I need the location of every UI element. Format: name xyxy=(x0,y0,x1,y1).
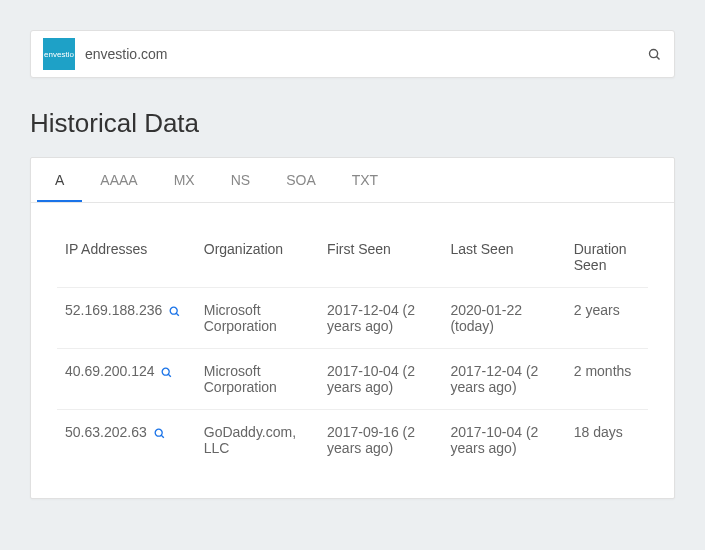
record-type-tabs: A AAAA MX NS SOA TXT xyxy=(31,158,674,203)
cell-last-seen: 2017-10-04 (2 years ago) xyxy=(442,410,565,471)
cell-first-seen: 2017-09-16 (2 years ago) xyxy=(319,410,442,471)
records-table: IP Addresses Organization First Seen Las… xyxy=(57,227,648,470)
cell-org: GoDaddy.com, LLC xyxy=(196,410,319,471)
search-ip-icon[interactable] xyxy=(160,366,173,379)
cell-org: Microsoft Corporation xyxy=(196,288,319,349)
col-last-seen: Last Seen xyxy=(442,227,565,288)
svg-point-2 xyxy=(170,307,177,314)
ip-text: 50.63.202.63 xyxy=(65,424,147,440)
search-ip-icon[interactable] xyxy=(153,427,166,440)
svg-point-0 xyxy=(650,49,658,57)
svg-line-5 xyxy=(169,374,172,377)
cell-ip: 50.63.202.63 xyxy=(57,410,196,471)
table-row: 50.63.202.63 GoDaddy.com, LLC 2017-09-16… xyxy=(57,410,648,471)
table-row: 40.69.200.124 Microsoft Corporation 2017… xyxy=(57,349,648,410)
ip-text: 52.169.188.236 xyxy=(65,302,162,318)
tab-a[interactable]: A xyxy=(37,158,82,202)
col-org: Organization xyxy=(196,227,319,288)
brand-logo: envestio xyxy=(43,38,75,70)
tab-aaaa[interactable]: AAAA xyxy=(82,158,155,202)
svg-line-1 xyxy=(657,56,660,59)
search-icon[interactable] xyxy=(647,47,662,62)
cell-last-seen: 2017-12-04 (2 years ago) xyxy=(442,349,565,410)
tab-mx[interactable]: MX xyxy=(156,158,213,202)
records-table-wrap: IP Addresses Organization First Seen Las… xyxy=(31,203,674,498)
col-ip: IP Addresses xyxy=(57,227,196,288)
cell-duration: 18 days xyxy=(566,410,648,471)
svg-point-4 xyxy=(163,368,170,375)
col-duration: Duration Seen xyxy=(566,227,648,288)
svg-point-6 xyxy=(155,429,162,436)
cell-duration: 2 months xyxy=(566,349,648,410)
col-first-seen: First Seen xyxy=(319,227,442,288)
cell-first-seen: 2017-10-04 (2 years ago) xyxy=(319,349,442,410)
svg-line-3 xyxy=(176,313,179,316)
ip-text: 40.69.200.124 xyxy=(65,363,155,379)
cell-ip: 52.169.188.236 xyxy=(57,288,196,349)
cell-org: Microsoft Corporation xyxy=(196,349,319,410)
cell-ip: 40.69.200.124 xyxy=(57,349,196,410)
cell-first-seen: 2017-12-04 (2 years ago) xyxy=(319,288,442,349)
table-header-row: IP Addresses Organization First Seen Las… xyxy=(57,227,648,288)
cell-duration: 2 years xyxy=(566,288,648,349)
tab-ns[interactable]: NS xyxy=(213,158,268,202)
table-row: 52.169.188.236 Microsoft Corporation 201… xyxy=(57,288,648,349)
cell-last-seen: 2020-01-22 (today) xyxy=(442,288,565,349)
tab-txt[interactable]: TXT xyxy=(334,158,396,202)
search-input[interactable]: envestio.com xyxy=(85,46,647,62)
page-title: Historical Data xyxy=(30,108,675,139)
search-bar[interactable]: envestio envestio.com xyxy=(30,30,675,78)
tab-soa[interactable]: SOA xyxy=(268,158,334,202)
search-ip-icon[interactable] xyxy=(168,305,181,318)
historical-data-card: A AAAA MX NS SOA TXT IP Addresses Organi… xyxy=(30,157,675,499)
svg-line-7 xyxy=(161,435,164,438)
